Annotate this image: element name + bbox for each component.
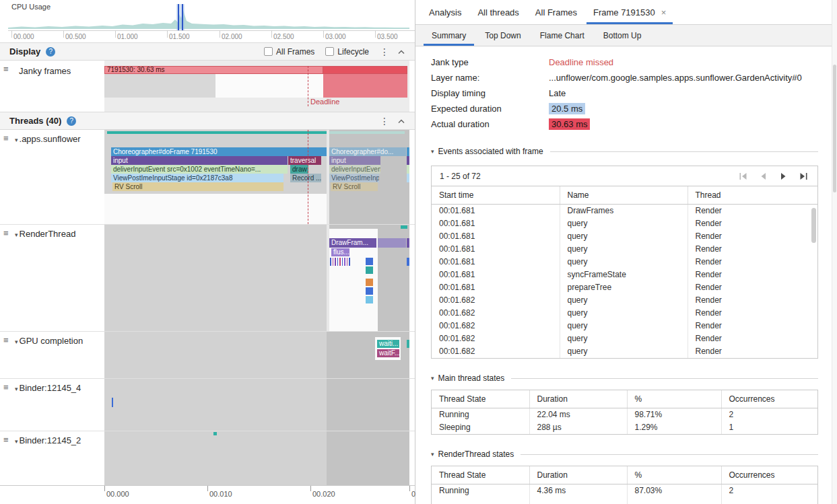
events-table-row[interactable]: 00:01.681 query Render (432, 256, 817, 268)
cell-thread[interactable]: Render (688, 205, 817, 218)
drag-handle-icon[interactable]: ≡ (3, 382, 9, 392)
trace-bar-record[interactable]: Record ... (290, 174, 321, 182)
cell-thread[interactable]: Render (688, 230, 817, 243)
trace-bar-view-post-ime[interactable]: ViewPostImeInputStage id=0x2187c3a8 (111, 174, 283, 182)
cell-duration[interactable]: 288 µs (529, 421, 627, 434)
thread-track-binder-2[interactable] (104, 431, 409, 485)
states-column-header[interactable]: Thread State (432, 390, 529, 408)
thread-name[interactable]: .apps.sunflower (20, 134, 81, 144)
trace-bar-input-next[interactable]: input (329, 156, 380, 165)
cell-thread[interactable]: Render (688, 332, 817, 345)
drag-handle-icon[interactable]: ≡ (3, 435, 9, 445)
events-table-scrollbar[interactable] (811, 208, 816, 243)
states-column-header[interactable]: Occurrences (721, 466, 817, 484)
trace-bar-view-post-next[interactable]: ViewPostImeInp... (329, 174, 379, 182)
kebab-menu-icon[interactable]: ⋮ (380, 116, 387, 127)
page-last-button[interactable] (799, 172, 808, 180)
section-caret-icon[interactable]: ▾ (431, 451, 434, 458)
cell-name[interactable]: query (560, 332, 688, 345)
thread-track-gpu[interactable]: waiti... waitF... (104, 332, 409, 378)
cell-thread[interactable]: Render (688, 345, 817, 358)
cell-thread[interactable]: Render (688, 307, 817, 320)
events-column-header[interactable]: Name (560, 186, 688, 205)
cell-start-time[interactable]: 00:01.682 (432, 345, 560, 358)
events-table-row[interactable]: 00:01.682 query Render (432, 307, 817, 320)
events-table-row[interactable]: 00:01.681 prepareTree Render (432, 281, 817, 294)
trace-bar-draw[interactable]: draw (290, 165, 308, 174)
expand-caret-icon[interactable]: ▾ (15, 137, 18, 143)
trace-bar-choreographer[interactable]: Choreographer#doFrame 7191530 (111, 147, 327, 156)
expand-caret-icon[interactable]: ▾ (15, 338, 18, 345)
section-caret-icon[interactable]: ▾ (431, 148, 434, 155)
thread-name[interactable]: Binder:12145_2 (20, 435, 81, 445)
states-table-row[interactable]: Running 4.36 ms 87.03% 2 (432, 484, 817, 498)
section-events-header[interactable]: ▾ Events associated with frame (431, 147, 818, 156)
cell-start-time[interactable]: 00:01.681 (432, 281, 560, 294)
states-column-header[interactable]: Duration (529, 390, 627, 408)
thread-track-renderthread[interactable]: DrawFram... flus... (104, 225, 409, 331)
cell-percent[interactable]: 98.71% (627, 408, 721, 422)
cell-thread[interactable]: Render (688, 268, 817, 281)
cell-thread-state[interactable]: Sleeping (432, 421, 529, 434)
tab-all-frames[interactable]: All Frames (527, 0, 585, 24)
cell-name[interactable]: query (560, 256, 688, 268)
cell-name[interactable]: DrawFrames (560, 205, 688, 218)
cell-name[interactable]: query (560, 230, 688, 243)
help-icon[interactable]: ? (67, 116, 76, 126)
drag-handle-icon[interactable]: ≡ (3, 228, 9, 238)
section-renderthread-states-header[interactable]: ▾ RenderThread states (431, 449, 818, 459)
kebab-menu-icon[interactable]: ⋮ (380, 46, 387, 57)
thread-name[interactable]: Binder:12145_4 (20, 383, 81, 393)
cell-start-time[interactable]: 00:01.681 (432, 217, 560, 230)
cell-occurrences[interactable]: 1 (721, 421, 817, 434)
subtab-bottom-up[interactable]: Bottom Up (594, 25, 651, 46)
collapse-chevron-icon[interactable] (397, 118, 405, 124)
states-column-header[interactable]: Thread State (432, 466, 529, 484)
cell-thread[interactable]: Render (688, 256, 817, 268)
cell-thread-state[interactable]: Running (432, 408, 529, 422)
cell-thread[interactable]: Render (688, 217, 817, 230)
cell-thread[interactable]: Render (688, 243, 817, 256)
cell-start-time[interactable]: 00:01.681 (432, 230, 560, 243)
trace-bar-waiting[interactable]: waiti... (377, 340, 399, 348)
events-column-header[interactable]: Thread (688, 186, 817, 205)
trace-bar-input[interactable]: input (111, 156, 288, 165)
trace-bar-waitfence[interactable]: waitF... (377, 349, 399, 357)
help-icon[interactable]: ? (46, 47, 55, 57)
cell-start-time[interactable]: 00:01.682 (432, 320, 560, 332)
states-column-header[interactable]: Duration (529, 466, 627, 484)
subtab-top-down[interactable]: Top Down (475, 25, 530, 46)
all-frames-checkbox[interactable]: All Frames (264, 47, 314, 57)
events-table-row[interactable]: 00:01.681 DrawFrames Render (432, 205, 817, 218)
checkbox-icon[interactable] (264, 47, 273, 56)
cell-start-time[interactable]: 00:01.681 (432, 256, 560, 268)
cell-start-time[interactable]: 00:01.682 (432, 332, 560, 345)
cell-name[interactable]: query (560, 243, 688, 256)
thread-name[interactable]: RenderThread (20, 229, 76, 239)
thread-name[interactable]: GPU completion (20, 336, 83, 346)
states-column-header[interactable]: Occurrences (721, 390, 817, 408)
page-next-button[interactable] (779, 172, 788, 180)
tab-analysis[interactable]: Analysis (421, 0, 469, 24)
events-table-row[interactable]: 00:01.681 query Render (432, 217, 817, 230)
events-table-row[interactable]: 00:01.681 syncFrameState Render (432, 268, 817, 281)
subtab-flame-chart[interactable]: Flame Chart (531, 25, 594, 46)
drag-handle-icon[interactable]: ≡ (3, 133, 9, 143)
cell-start-time[interactable]: 00:01.681 (432, 268, 560, 281)
trace-bar-deliver-next[interactable]: deliverInputEven... (329, 165, 380, 174)
cell-name[interactable]: query (560, 345, 688, 358)
cell-occurrences[interactable]: 2 (721, 408, 817, 422)
expand-caret-icon[interactable]: ▾ (15, 438, 18, 445)
thread-track-sunflower[interactable]: Choreographer#doFrame 7191530 input trav… (104, 130, 409, 224)
cell-name[interactable]: query (560, 307, 688, 320)
trace-bar-deliver-input-event[interactable]: deliverInputEvent src=0x1002 eventTimeNa… (111, 165, 288, 174)
cell-start-time[interactable]: 00:01.682 (432, 307, 560, 320)
events-table-row[interactable]: 00:01.681 query Render (432, 243, 817, 256)
thread-track-binder-4[interactable] (104, 379, 409, 431)
states-table-row[interactable]: Sleeping 288 µs 1.29% 1 (432, 421, 817, 434)
expand-caret-icon[interactable]: ▾ (15, 386, 18, 392)
trace-bar-choreographer-next[interactable]: Choreographer#do... (329, 147, 406, 156)
cell-duration[interactable]: 4.36 ms (529, 484, 627, 498)
cell-name[interactable]: query (560, 217, 688, 230)
cell-name[interactable]: query (560, 320, 688, 332)
